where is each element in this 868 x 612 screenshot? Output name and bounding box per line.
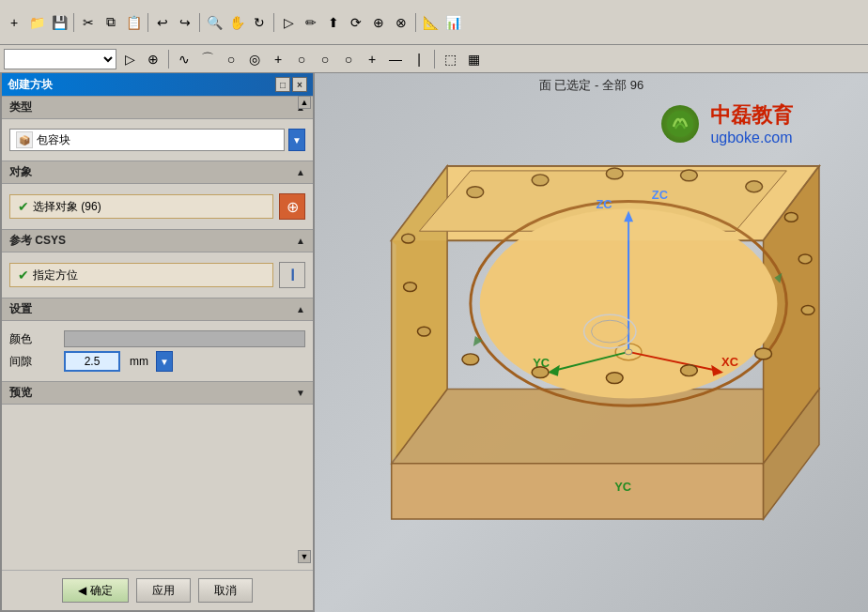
svg-point-32 <box>801 305 814 314</box>
type-dropdown-box[interactable]: 📦 包容块 <box>9 129 285 151</box>
curve-icon[interactable]: ⌒ <box>197 49 218 69</box>
object-section-arrow: ▲ <box>296 167 305 177</box>
new-icon[interactable]: + <box>4 12 24 33</box>
svg-marker-2 <box>392 464 764 519</box>
apply-button[interactable]: 应用 <box>136 578 191 603</box>
dialog-titlebar: 创建方块 □ × <box>2 73 313 96</box>
svg-point-39 <box>404 283 417 292</box>
svg-marker-44 <box>392 166 819 240</box>
grid-icon[interactable]: ▦ <box>463 49 484 69</box>
undo-icon[interactable]: ↩ <box>152 12 173 33</box>
type-dropdown-arrow[interactable]: ▼ <box>288 129 305 151</box>
type-dropdown-row: 📦 包容块 ▼ <box>9 129 305 151</box>
scroll-down-arrow[interactable]: ▼ <box>298 550 311 563</box>
feature-icon[interactable]: ⊗ <box>391 12 411 33</box>
svg-point-36 <box>532 367 549 378</box>
filter-icon[interactable]: ⬚ <box>440 49 460 69</box>
svg-marker-42 <box>473 336 483 346</box>
sep2 <box>147 13 148 32</box>
csys-section-label: 参考 CSYS <box>9 233 66 249</box>
obj-icon2[interactable]: ○ <box>315 49 335 69</box>
sep4 <box>273 13 274 32</box>
cancel-label: 取消 <box>214 583 237 599</box>
titlebar-buttons: □ × <box>275 77 307 92</box>
vert-icon[interactable]: | <box>409 49 429 69</box>
save-icon[interactable]: 💾 <box>49 12 70 33</box>
svg-text:XC: XC <box>721 355 738 369</box>
color-swatch[interactable] <box>64 330 305 347</box>
bool-icon[interactable]: ⊕ <box>368 12 389 33</box>
csys-checkmark-icon: ✔ <box>18 268 29 283</box>
pan-icon[interactable]: ✋ <box>226 12 247 33</box>
preview-section-header[interactable]: 预览 ▼ <box>2 381 313 405</box>
open-icon[interactable]: 📁 <box>26 12 47 33</box>
svg-marker-1 <box>392 389 819 463</box>
csys-icon-button[interactable]: Ⅰ <box>279 262 305 288</box>
redo-icon[interactable]: ↪ <box>175 12 195 33</box>
sep1 <box>73 13 74 32</box>
type-dropdown-value: 包容块 <box>37 132 70 148</box>
preview-section-arrow: ▼ <box>296 388 305 398</box>
csys-select-label: 指定方位 <box>33 268 78 283</box>
csys-select-button[interactable]: ✔ 指定方位 <box>9 263 273 287</box>
apply-label: 应用 <box>152 583 175 599</box>
obj-icon3[interactable]: ○ <box>338 49 359 69</box>
csys-section-header[interactable]: 参考 CSYS ▲ <box>2 229 313 252</box>
sep7 <box>434 50 435 69</box>
cut-icon[interactable]: ✂ <box>78 12 99 33</box>
svg-point-24 <box>625 349 632 355</box>
view-select[interactable] <box>4 49 116 69</box>
select-object-button[interactable]: ✔ 选择对象 (96) <box>9 194 273 219</box>
analysis-icon[interactable]: 📊 <box>442 12 463 33</box>
csys-section-content: ✔ 指定方位 Ⅰ <box>2 252 313 298</box>
crosshair-button[interactable] <box>279 193 305 220</box>
confirm-icon: ◀ <box>78 584 86 597</box>
zoom-icon[interactable]: 🔍 <box>204 12 225 33</box>
copy-icon[interactable]: ⧉ <box>101 12 121 33</box>
csys-section-arrow: ▲ <box>296 236 305 246</box>
gap-spinner-button[interactable]: ▼ <box>156 351 173 372</box>
svg-point-31 <box>798 254 812 264</box>
snap-icon[interactable]: ∿ <box>174 49 194 69</box>
3d-viewport[interactable]: 面 已选定 - 全部 96 中磊教育 ugboke.com <box>315 73 868 612</box>
sep6 <box>168 50 169 69</box>
circle-icon[interactable]: ○ <box>221 49 241 69</box>
select-icon[interactable]: ▷ <box>278 12 299 33</box>
extrude-icon[interactable]: ⬆ <box>323 12 344 33</box>
revolve-icon[interactable]: ⟳ <box>346 12 366 33</box>
csys-row: ✔ 指定方位 Ⅰ <box>9 262 305 288</box>
object-section-label: 对象 <box>9 164 32 180</box>
paste-icon[interactable]: 📋 <box>123 12 144 33</box>
confirm-label: 确定 <box>90 583 113 599</box>
settings-section-header[interactable]: 设置 ▲ <box>2 298 313 321</box>
3d-shape-svg: ZC ZC XC YC YC <box>315 73 868 612</box>
object-row: ✔ 选择对象 (96) <box>9 193 305 220</box>
svg-point-34 <box>681 365 698 376</box>
pt-icon[interactable]: ◎ <box>244 49 265 69</box>
measure-icon[interactable]: 📐 <box>420 12 441 33</box>
line-icon[interactable]: — <box>385 49 406 69</box>
dialog-footer: ◀ 确定 应用 取消 <box>2 570 313 610</box>
type-section-header[interactable]: 类型 ▲ <box>2 96 313 119</box>
rotate-icon[interactable]: ↻ <box>249 12 270 33</box>
scroll-up-arrow[interactable]: ▲ <box>298 96 311 109</box>
confirm-button[interactable]: ◀ 确定 <box>62 578 129 603</box>
obj-icon1[interactable]: ○ <box>291 49 312 69</box>
view-icon2[interactable]: ⊕ <box>143 49 163 69</box>
cancel-button[interactable]: 取消 <box>198 578 253 603</box>
add-icon[interactable]: + <box>362 49 382 69</box>
svg-point-38 <box>417 327 430 336</box>
view-icon1[interactable]: ▷ <box>119 49 140 69</box>
sketch-icon[interactable]: ✏ <box>301 12 321 33</box>
gap-input[interactable] <box>64 351 120 372</box>
svg-text:YC: YC <box>614 480 631 494</box>
close-button[interactable]: × <box>292 77 307 92</box>
gap-label: 间隙 <box>9 354 56 370</box>
cross-icon[interactable]: + <box>268 49 288 69</box>
svg-marker-43 <box>392 240 396 464</box>
object-section-header[interactable]: 对象 ▲ <box>2 161 313 184</box>
gap-unit-label: mm <box>130 355 148 368</box>
minimize-button[interactable]: □ <box>275 77 290 92</box>
second-toolbar: ▷ ⊕ ∿ ⌒ ○ ◎ + ○ ○ ○ + — | ⬚ ▦ <box>0 45 868 73</box>
svg-point-30 <box>784 212 798 222</box>
